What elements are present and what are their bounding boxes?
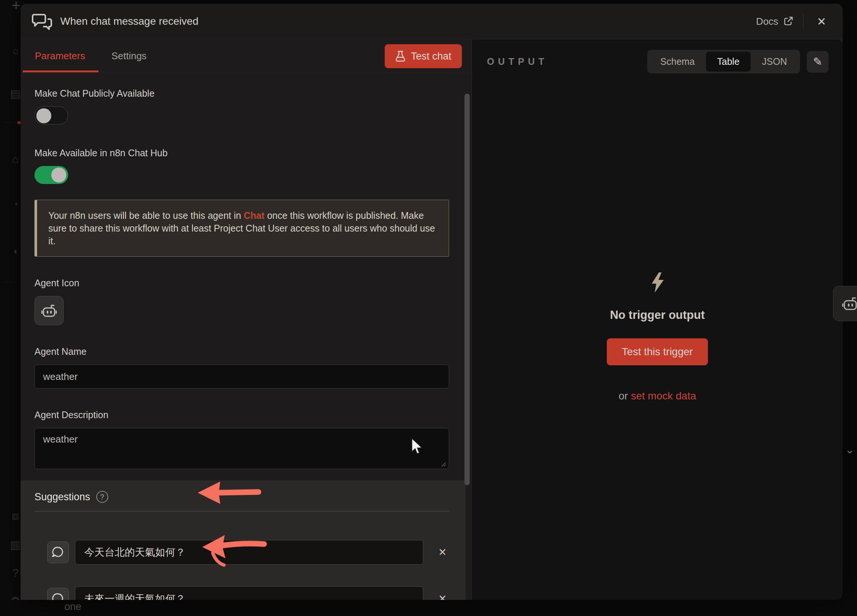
output-panel: OUTPUT Schema Table JSON ✎ — [472, 39, 843, 600]
public-toggle[interactable] — [34, 107, 68, 124]
hub-toggle-label: Make Available in n8n Chat Hub — [34, 148, 449, 158]
no-output-state: No trigger output Test this trigger or s… — [526, 272, 789, 402]
prompt-input-1[interactable] — [75, 540, 423, 565]
test-chat-label: Test chat — [411, 51, 451, 62]
agent-name-input[interactable] — [34, 365, 449, 388]
home-icon: ⌂ — [9, 153, 22, 166]
toggle-knob — [51, 167, 66, 183]
grid-icon: ▤ — [9, 87, 22, 100]
lightning-icon — [649, 272, 666, 293]
parameters-panel: Parameters Settings Test chat — [21, 39, 472, 600]
search-icon: ○ — [9, 45, 22, 58]
flask-icon — [395, 51, 406, 62]
view-switcher: Schema Table JSON — [647, 50, 800, 73]
remove-prompt-icon[interactable]: ✕ — [438, 546, 447, 558]
speech-bubble-icon[interactable] — [47, 588, 69, 600]
agent-icon-button[interactable] — [34, 296, 64, 325]
help-icon[interactable]: ? — [96, 491, 108, 503]
hub-toggle[interactable] — [34, 166, 68, 184]
chevron-down-icon: ⌄ — [845, 443, 854, 456]
docs-label: Docs — [756, 16, 778, 27]
parameters-scroll-area: Make Chat Publicly Available Make Availa… — [21, 73, 472, 600]
speech-bubble-icon[interactable] — [47, 542, 69, 563]
set-mock-data-link[interactable]: set mock data — [631, 390, 696, 402]
chat-hub-notice: Your n8n users will be able to use this … — [34, 200, 449, 257]
modal-title: When chat message received — [60, 15, 198, 27]
view-json[interactable]: JSON — [750, 52, 798, 71]
prompt-input-2[interactable] — [75, 587, 423, 600]
prompt-row: ✕ — [47, 587, 449, 600]
divider — [5, 282, 22, 282]
chat-icon: ◖ — [9, 245, 22, 257]
mock-data-row: or set mock data — [526, 390, 789, 402]
divider — [34, 511, 449, 511]
docs-link[interactable]: Docs — [756, 16, 793, 27]
agent-description-textarea[interactable]: weather — [34, 428, 449, 469]
view-table[interactable]: Table — [706, 52, 751, 71]
modal-header: When chat message received Docs ✕ — [21, 4, 843, 39]
external-link-icon — [783, 16, 793, 26]
close-icon[interactable]: ✕ — [813, 14, 830, 29]
user-icon: ◔ — [9, 198, 22, 210]
node-settings-modal: When chat message received Docs ✕ — [21, 4, 843, 600]
no-output-title: No trigger output — [526, 308, 789, 322]
tab-settings[interactable]: Settings — [111, 40, 147, 72]
workflow-canvas — [0, 600, 857, 616]
public-toggle-label: Make Chat Publicly Available — [34, 88, 449, 99]
toggle-knob — [36, 108, 51, 123]
chart-icon: ▥ — [9, 538, 22, 551]
suggestions-label: Suggestions — [34, 491, 90, 503]
canvas-node-label: one — [64, 601, 81, 613]
agent-name-label: Agent Name — [34, 346, 449, 357]
or-text: or — [619, 390, 631, 402]
divider — [803, 14, 803, 29]
floating-robot-button[interactable] — [833, 286, 857, 321]
agent-description-label: Agent Description — [34, 410, 449, 420]
notice-text: Your n8n users will be able to use this … — [48, 210, 244, 221]
view-schema[interactable]: Schema — [649, 52, 706, 71]
remove-prompt-icon[interactable]: ✕ — [438, 593, 447, 600]
test-chat-button[interactable]: Test chat — [385, 44, 462, 68]
background-sidebar: + ○ ▤ ⌂ ◔ ◖ ⧈ ▥ ? ⚙ — [0, 0, 21, 616]
output-title: OUTPUT — [487, 56, 548, 67]
scrollbar-thumb[interactable] — [464, 94, 470, 485]
edit-output-button[interactable]: ✎ — [807, 51, 829, 73]
prompt-row: ✕ — [47, 540, 449, 565]
chat-bubbles-icon — [32, 12, 54, 31]
test-trigger-button[interactable]: Test this trigger — [607, 338, 708, 365]
agent-icon-label: Agent Icon — [34, 278, 449, 288]
robot-icon — [841, 296, 857, 311]
package-icon: ⧈ — [9, 509, 22, 523]
pencil-icon: ✎ — [813, 55, 822, 68]
tab-parameters[interactable]: Parameters — [35, 40, 85, 72]
suggestions-section: Suggestions ? — [21, 480, 466, 600]
chat-link[interactable]: Chat — [244, 210, 265, 221]
tab-bar: Parameters Settings Test chat — [21, 39, 472, 73]
robot-icon — [41, 303, 57, 318]
page: + ○ ▤ ⌂ ◔ ◖ ⧈ ▥ ? ⚙ one ⌄ When chat mess… — [0, 0, 857, 616]
help-icon: ? — [9, 566, 22, 579]
